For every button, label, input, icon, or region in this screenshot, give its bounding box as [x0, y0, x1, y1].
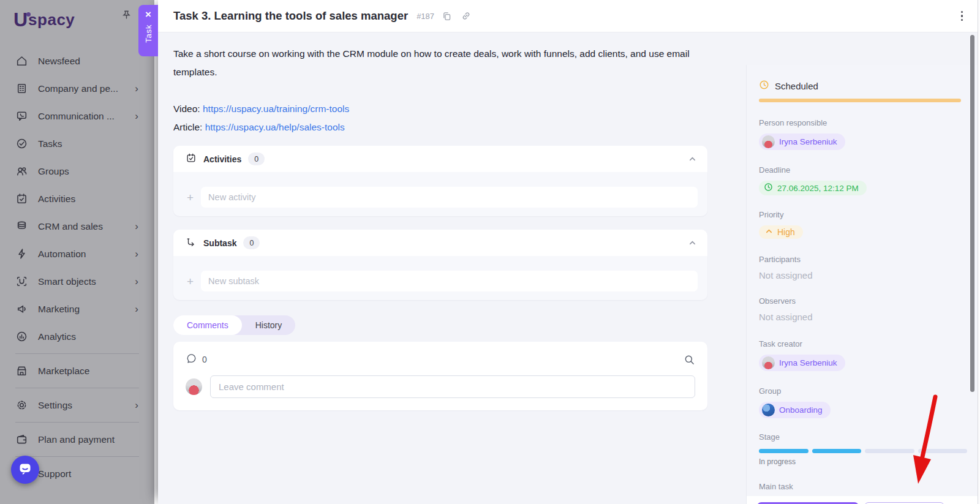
person-responsible-label: Person responsible [759, 118, 978, 127]
person-responsible-chip[interactable]: Iryna Serbeniuk [759, 134, 845, 150]
video-link[interactable]: https://uspacy.ua/training/crm-tools [203, 103, 349, 114]
main-task-label: Main task [759, 482, 978, 491]
stage-value: In progress [759, 457, 978, 466]
status-progress-bar [759, 99, 961, 102]
tab-comments[interactable]: Comments [173, 315, 242, 335]
article-line: Article: https://uspacy.ua/help/sales-to… [173, 118, 701, 137]
comments-count: 0 [202, 355, 207, 364]
stage-segment[interactable] [918, 449, 968, 453]
participants-label: Participants [759, 255, 978, 264]
chevron-up-icon[interactable] [688, 239, 696, 247]
comment-bubble-icon [186, 353, 197, 366]
activities-card-header[interactable]: Activities 0 [173, 146, 707, 172]
task-header: Task 3. Learning the tools of sales mana… [158, 0, 980, 32]
scrollbar-thumb[interactable] [970, 35, 974, 392]
chevron-up-icon[interactable] [688, 155, 696, 163]
observers-label: Observers [759, 296, 978, 306]
window-edge [978, 0, 980, 504]
stage-progress[interactable] [759, 449, 967, 453]
calendar-check-icon [186, 152, 197, 166]
search-icon[interactable] [684, 354, 695, 366]
subtask-card-header[interactable]: Subtask 0 [173, 230, 707, 256]
page-title: Task 3. Learning the tools of sales mana… [173, 9, 408, 23]
task-id: #187 [417, 12, 434, 21]
close-icon[interactable]: × [145, 9, 151, 20]
deadline-label: Deadline [759, 165, 978, 175]
stage-segment[interactable] [759, 449, 809, 453]
plus-icon[interactable]: + [187, 192, 194, 203]
task-creator-chip[interactable]: Iryna Serbeniuk [759, 355, 845, 371]
avatar [762, 356, 775, 369]
group-chip[interactable]: Onboarding [759, 402, 831, 418]
tab-history[interactable]: History [242, 315, 296, 335]
activities-title: Activities [203, 154, 241, 164]
chevron-up-icon [765, 227, 773, 237]
more-options-button[interactable] [957, 9, 967, 24]
activities-card: Activities 0 + [173, 146, 707, 216]
comments-history-tabs: Comments History [173, 315, 295, 335]
modal-backdrop[interactable] [0, 0, 154, 504]
avatar [186, 378, 202, 395]
status-label: Scheduled [775, 81, 818, 91]
comment-input[interactable] [210, 375, 695, 398]
subtask-card: Subtask 0 + [173, 230, 707, 300]
priority-chip[interactable]: High [759, 225, 803, 239]
clock-icon [764, 182, 773, 194]
activities-count-badge: 0 [248, 152, 265, 165]
participants-value[interactable]: Not assigned [759, 270, 978, 280]
stage-label: Stage [759, 432, 978, 442]
task-panel: Task 3. Learning the tools of sales mana… [158, 0, 980, 504]
stage-segment[interactable] [865, 449, 914, 453]
subtask-title: Subtask [203, 238, 236, 248]
clock-icon [759, 80, 769, 92]
status-row[interactable]: Scheduled [759, 80, 978, 92]
new-activity-input[interactable] [201, 187, 698, 208]
new-subtask-row: + [173, 256, 707, 300]
copy-icon[interactable] [442, 11, 452, 21]
support-chat-button[interactable] [11, 456, 39, 484]
new-subtask-input[interactable] [201, 271, 698, 291]
new-activity-row: + [173, 172, 707, 216]
priority-label: Priority [759, 210, 978, 219]
task-body: Take a short course on working with the … [158, 32, 980, 504]
description-paragraph: Take a short course on working with the … [173, 45, 701, 81]
avatar [762, 135, 775, 148]
task-tab-label: Task [144, 24, 153, 43]
observers-value[interactable]: Not assigned [759, 312, 978, 322]
video-line: Video: https://uspacy.ua/training/crm-to… [173, 100, 701, 118]
stage-segment[interactable] [812, 449, 862, 453]
group-avatar [762, 404, 775, 416]
comments-card: 0 [173, 342, 707, 410]
task-description: Take a short course on working with the … [173, 45, 701, 137]
task-panel-tab[interactable]: × Task [138, 5, 158, 56]
subtask-branch-icon [186, 236, 197, 250]
action-footer: ▶ Start Complete [747, 496, 978, 504]
plus-icon[interactable]: + [187, 276, 194, 287]
article-link[interactable]: https://uspacy.ua/help/sales-tools [205, 122, 345, 132]
deadline-chip[interactable]: 27.06.2025, 12:12 PM [759, 181, 867, 195]
group-label: Group [759, 386, 978, 396]
task-creator-label: Task creator [759, 339, 978, 348]
task-details-panel: Scheduled Person responsible Iryna Serbe… [746, 65, 978, 504]
link-icon[interactable] [461, 10, 472, 21]
subtask-count-badge: 0 [243, 236, 260, 249]
chat-bubble-icon [18, 461, 32, 478]
